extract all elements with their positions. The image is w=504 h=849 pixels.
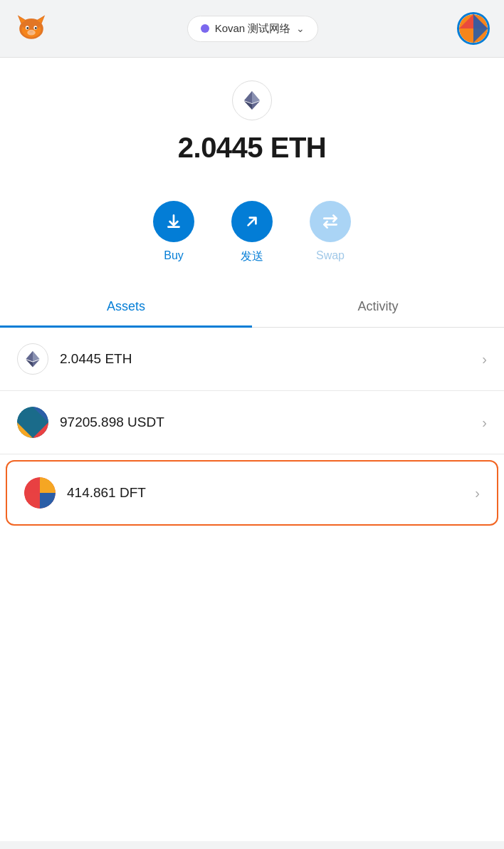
tab-activity[interactable]: Activity — [252, 288, 504, 328]
asset-item-dft[interactable]: 414.861 DFT › — [6, 460, 498, 526]
app-header: Kovan 测试网络 ⌄ — [0, 0, 504, 58]
asset-item-usdt[interactable]: 97205.898 USDT › — [0, 391, 504, 454]
buy-button[interactable]: Buy — [153, 201, 194, 264]
svg-point-12 — [27, 30, 36, 36]
svg-marker-20 — [244, 91, 252, 103]
svg-marker-22 — [26, 351, 33, 362]
buy-label: Buy — [164, 249, 184, 262]
eth-asset-icon — [17, 343, 48, 375]
svg-point-6 — [23, 20, 41, 29]
eth-chevron-icon: › — [482, 351, 487, 368]
network-name: Kovan 测试网络 — [215, 22, 291, 36]
account-avatar[interactable] — [457, 12, 490, 45]
usdt-chevron-icon: › — [482, 415, 487, 431]
main-content: 2.0445 ETH Buy 发送 — [0, 58, 504, 841]
send-label: 发送 — [241, 249, 263, 264]
eth-balance: 2.0445 ETH — [178, 132, 326, 164]
asset-list: 2.0445 ETH › 97205.898 USDT › — [0, 328, 504, 526]
buy-icon-circle — [153, 201, 194, 242]
chevron-down-icon: ⌄ — [296, 23, 305, 34]
svg-marker-21 — [33, 351, 40, 362]
eth-logo-circle — [232, 80, 272, 120]
metamask-logo — [14, 10, 48, 47]
network-dot — [201, 24, 209, 33]
tabs-bar: Assets Activity — [0, 287, 504, 328]
swap-icon-circle — [310, 201, 351, 242]
asset-item-eth[interactable]: 2.0445 ETH › — [0, 328, 504, 391]
swap-button[interactable]: Swap — [310, 201, 351, 264]
svg-marker-19 — [252, 91, 260, 103]
dft-asset-icon — [24, 477, 56, 509]
network-selector[interactable]: Kovan 测试网络 ⌄ — [187, 16, 319, 42]
balance-section: 2.0445 ETH — [0, 58, 504, 181]
eth-asset-amount: 2.0445 ETH — [60, 351, 482, 367]
svg-point-9 — [26, 27, 28, 29]
usdt-asset-icon — [17, 407, 48, 438]
send-button[interactable]: 发送 — [231, 201, 273, 264]
dft-asset-amount: 414.861 DFT — [67, 485, 475, 501]
svg-point-10 — [35, 27, 37, 29]
action-buttons: Buy 发送 Swap — [0, 181, 504, 281]
dft-chevron-icon: › — [475, 485, 480, 501]
usdt-asset-amount: 97205.898 USDT — [60, 415, 482, 430]
send-icon-circle — [231, 201, 273, 242]
swap-label: Swap — [316, 249, 345, 262]
tab-assets[interactable]: Assets — [0, 288, 252, 328]
